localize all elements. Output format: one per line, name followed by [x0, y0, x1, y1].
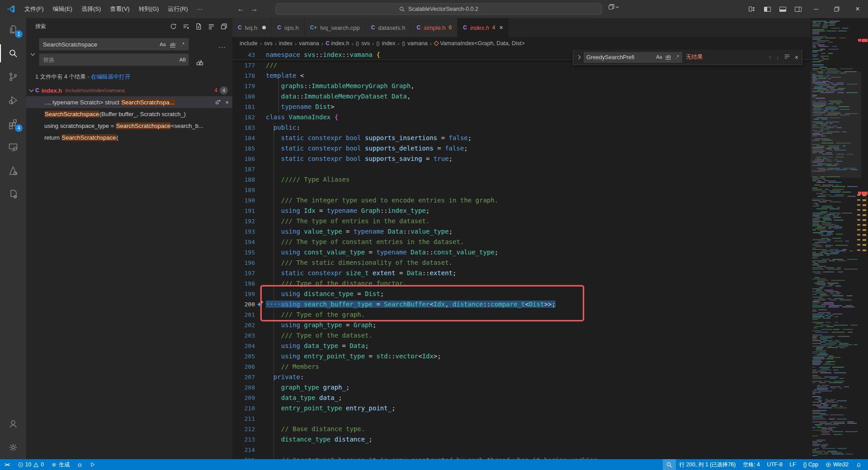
code-line-209[interactable]: 209 data_type data_;	[232, 393, 811, 403]
replace-match-icon[interactable]	[215, 99, 222, 106]
code-line-198[interactable]: 198 /// Type of the distance functor.	[232, 278, 811, 289]
breadcrumb-item[interactable]: include	[240, 40, 258, 47]
activitybar-settings-icon[interactable]	[0, 436, 26, 459]
code-line-200[interactable]: 200····using search_buffer_type = Search…	[232, 299, 811, 310]
tab-close-icon[interactable]: ×	[500, 24, 503, 31]
activitybar-cpp-tools-icon[interactable]	[0, 183, 26, 206]
editor-tab[interactable]: Cops.h	[272, 18, 304, 37]
open-in-editor-link[interactable]: 在编辑器中打开	[91, 74, 131, 80]
code-line-202[interactable]: 202 using graph_type = Graph;	[232, 320, 811, 330]
code-line-194[interactable]: 194 /// The type of constant entries in …	[232, 237, 811, 247]
find-regex-toggle[interactable]: .*	[673, 53, 681, 61]
code-line-193[interactable]: 193 using value_type = typename Data::va…	[232, 226, 811, 237]
editor-tab[interactable]: Cdatasets.h	[366, 18, 411, 37]
forward-arrow-icon[interactable]: →	[250, 5, 258, 13]
breadcrumb-item[interactable]: index	[279, 40, 292, 47]
code-line-213[interactable]: 213 distance_type distance_;	[232, 434, 811, 445]
activitybar-source-control-icon[interactable]	[0, 65, 26, 89]
command-center-search[interactable]: ScalableVectorSearch-0.0.2	[275, 3, 602, 15]
toggle-secondary-sidebar-icon[interactable]	[790, 0, 806, 18]
customize-layout-icon[interactable]	[744, 0, 760, 18]
replace-input[interactable]	[39, 53, 189, 66]
statusbar-remote-indicator[interactable]: ><	[0, 459, 14, 470]
activitybar-explorer-icon[interactable]: 1	[0, 18, 26, 42]
statusbar-cmake-debug[interactable]	[73, 459, 86, 470]
code-line-181[interactable]: 181 typename Dist>	[232, 102, 811, 112]
statusbar-indentation[interactable]: 空格: 4	[739, 459, 763, 470]
refresh-icon[interactable]	[168, 21, 178, 31]
menu-v[interactable]: 查看(V)	[105, 0, 134, 18]
statusbar-eol[interactable]: LF	[786, 459, 800, 470]
code-line-189[interactable]: 189	[232, 185, 811, 195]
breadcrumb-item[interactable]: svs	[264, 40, 273, 47]
statusbar-notifications[interactable]	[852, 459, 865, 470]
code-line-185[interactable]: 185 static constexpr bool supports_delet…	[232, 143, 811, 154]
activitybar-remote-explorer-icon[interactable]	[0, 136, 26, 159]
code-line-178[interactable]: 178template <	[232, 70, 811, 81]
overview-ruler[interactable]	[861, 18, 868, 459]
code-line-180[interactable]: 180 data::ImmutableMemoryDataset Data,	[232, 91, 811, 102]
code-line-195[interactable]: 195 using const_value_type = typename Da…	[232, 247, 811, 258]
find-next-icon[interactable]: ↓	[776, 54, 779, 61]
code-line-214[interactable]: 214	[232, 445, 811, 455]
statusbar-cmake-build[interactable]: 生成	[47, 459, 73, 470]
code-line-210[interactable]: 210 entry_point_type entry_point_;	[232, 403, 811, 414]
breadcrumb[interactable]: include›svs›index›vamana›C index.h›{} sv…	[232, 37, 811, 50]
code-line-201[interactable]: 201 /// Type of the graph.	[232, 310, 811, 320]
toggle-sidebar-icon[interactable]	[760, 0, 775, 18]
copilot-sparkle-icon[interactable]	[257, 301, 263, 307]
toggle-panel-icon[interactable]	[775, 0, 790, 18]
toggle-replace-chevron-icon[interactable]	[29, 50, 36, 57]
breadcrumb-item[interactable]: VamanaIndex<Graph, Data, Dist>	[434, 40, 524, 47]
dismiss-match-icon[interactable]: ×	[225, 99, 229, 106]
menu-g[interactable]: 转到(G)	[134, 0, 164, 18]
menu-s[interactable]: 选择(S)	[77, 0, 105, 18]
dirty-indicator-icon[interactable]	[262, 26, 266, 29]
preserve-case-toggle[interactable]: AB	[178, 55, 187, 64]
code-line-205[interactable]: 205 using entry_point_type = std::vector…	[232, 351, 811, 362]
breadcrumb-item[interactable]: vamana	[299, 40, 319, 47]
search-result-row[interactable]: SearchScratchspace(Buffer buffer_, Scrat…	[26, 108, 232, 120]
activitybar-accounts-icon[interactable]	[0, 412, 26, 436]
activitybar-run-debug-icon[interactable]	[0, 89, 26, 112]
code-line-203[interactable]: 203 /// Type of the dataset.	[232, 330, 811, 341]
breadcrumb-item[interactable]: {} svs	[356, 40, 370, 47]
code-line-183[interactable]: 183 public:	[232, 122, 811, 133]
code-line-208[interactable]: 208 graph_type graph_;	[232, 382, 811, 393]
editor-tab[interactable]: Cindex.h4×	[458, 18, 509, 37]
code-line-196[interactable]: 196 /// The static dimensionality of the…	[232, 258, 811, 268]
regex-toggle[interactable]: .*	[178, 40, 187, 49]
clear-search-results-icon[interactable]	[181, 21, 191, 31]
statusbar-cursor-position[interactable]: 行 200, 列 1 (已选择76)	[676, 459, 740, 470]
menu-r[interactable]: 运行(R)	[163, 0, 192, 18]
code-line-190[interactable]: 190 /// The integer type used to encode …	[232, 195, 811, 206]
statusbar-problems[interactable]: 100	[14, 459, 47, 470]
editor-tab[interactable]: Csimple.h6	[411, 18, 458, 37]
whole-word-toggle[interactable]: ab	[168, 40, 177, 49]
find-close-icon[interactable]: ×	[795, 54, 798, 61]
activitybar-extensions-icon[interactable]: 4	[0, 112, 26, 136]
code-line-197[interactable]: 197 static constexpr size_t extent = Dat…	[232, 268, 811, 278]
new-search-editor-icon[interactable]	[193, 21, 203, 31]
statusbar-cmake-launch[interactable]	[86, 459, 99, 470]
breadcrumb-item[interactable]: C index.h	[326, 40, 349, 47]
collapse-all-icon[interactable]	[206, 21, 216, 31]
breadcrumb-item[interactable]: {} index	[376, 40, 395, 47]
code-line-192[interactable]: 192 /// The type of entries in the datas…	[232, 216, 811, 226]
search-result-file-row[interactable]: C index.h include\svs\index\vamana 4 4	[26, 85, 232, 96]
statusbar-language-mode[interactable]: {} Cpp	[800, 459, 822, 470]
code-area[interactable]: 43namespace svs::index::vamana { 177///1…	[232, 50, 811, 459]
code-line-191[interactable]: 191 using Idx = typename Graph::index_ty…	[232, 206, 811, 216]
breadcrumb-item[interactable]: {} vamana	[402, 40, 428, 47]
menu-[interactable]: ···	[192, 0, 207, 18]
code-line-188[interactable]: 188 ///// Type Aliases	[232, 174, 811, 185]
minimap[interactable]	[811, 18, 861, 459]
activitybar-cmake-icon[interactable]	[0, 159, 26, 183]
find-match-case-toggle[interactable]: Aa	[655, 53, 663, 61]
find-whole-word-toggle[interactable]: ab	[664, 53, 672, 61]
menu-f[interactable]: 文件(F)	[20, 0, 48, 18]
search-result-row[interactable]: ..., typename Scratch> struct SearchScra…	[26, 96, 232, 108]
titlebar-dropdown[interactable]	[608, 4, 618, 10]
statusbar-platform-target[interactable]: Win32	[822, 459, 852, 470]
code-line-211[interactable]: 211	[232, 414, 811, 424]
